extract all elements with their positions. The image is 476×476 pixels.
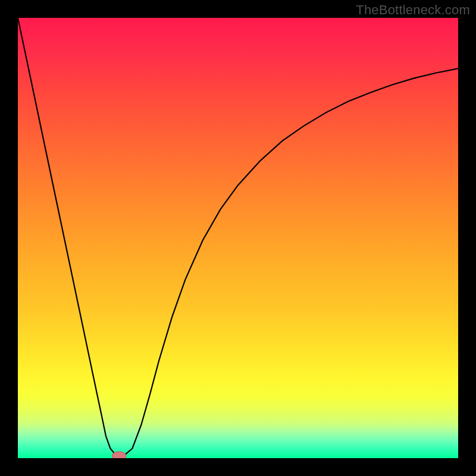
bottleneck-curve xyxy=(18,18,458,456)
chart-frame: TheBottleneck.com xyxy=(0,0,476,476)
chart-svg xyxy=(18,18,458,458)
plot-area xyxy=(18,18,458,458)
watermark-text: TheBottleneck.com xyxy=(356,2,470,18)
optimal-point-marker xyxy=(112,452,126,458)
